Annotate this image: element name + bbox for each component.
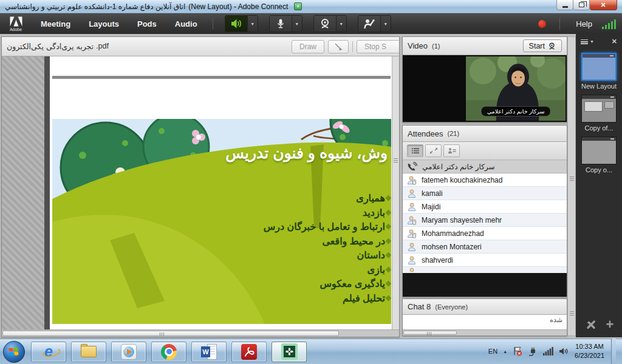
attendee-name: سركار خانم دكتر اعلامي	[422, 163, 495, 171]
scrollbar-thumb[interactable]	[2, 331, 339, 336]
start-webcam-button[interactable]: Start	[523, 39, 562, 52]
layout-bar-close-icon[interactable]: ✕	[612, 38, 617, 46]
attendee-row[interactable]: Maryam shayesteh mehr	[403, 214, 567, 227]
webcam-video-frame[interactable]: سركار خانم دكتر اعلامي	[466, 56, 566, 121]
clock[interactable]: 10:33 AM 6/23/2021	[575, 342, 604, 360]
webcam-dropdown[interactable]: ▼	[336, 16, 346, 32]
taskbar-adobe-connect[interactable]	[272, 342, 307, 362]
scrollbar-grip[interactable]	[160, 332, 165, 336]
breakout-view-button[interactable]	[425, 144, 442, 157]
layout-options-tools-icon[interactable]	[584, 318, 598, 331]
speaker-control: ▼	[225, 15, 258, 32]
person-icon	[407, 267, 417, 273]
taskbar-media-player[interactable]	[111, 342, 146, 362]
draw-button[interactable]: Draw	[292, 40, 324, 53]
tray-expand-chevron-icon[interactable]: ▲	[503, 349, 507, 354]
attendee-row[interactable]: سركار خانم دكتر اعلامي	[403, 160, 567, 174]
help-menu[interactable]: Help	[576, 19, 592, 29]
gutter-grip[interactable]	[570, 311, 574, 317]
taskbar-word[interactable]: W	[191, 342, 227, 362]
layout-item-new-layout[interactable]: New Layout	[576, 53, 622, 90]
speaker-dropdown[interactable]: ▼	[247, 16, 258, 32]
share-horizontal-scrollbar[interactable]	[2, 329, 400, 337]
video-stage: سركار خانم دكتر اعلامي	[403, 55, 567, 122]
menu-layouts[interactable]: Layouts	[80, 13, 128, 34]
taskbar-chrome[interactable]	[151, 342, 186, 362]
adobe-connect-app-icon: ✳	[294, 2, 302, 10]
scrollbar-thumb[interactable]	[403, 331, 457, 335]
microphone-dropdown[interactable]: ▼	[292, 16, 302, 32]
recording-indicator-icon[interactable]	[538, 20, 546, 28]
raise-hand-button[interactable]	[358, 16, 380, 32]
person-icon	[407, 255, 417, 265]
speaker-button[interactable]	[225, 16, 247, 32]
layout-thumbnail[interactable]	[581, 53, 617, 81]
adobe-logo-label: Adobe	[10, 27, 22, 32]
chrome-icon	[161, 344, 177, 360]
attendee-row[interactable]: mohsen Montazeri	[403, 240, 567, 254]
scrollbar-grip[interactable]	[427, 332, 432, 335]
pod-resize-gutter[interactable]	[567, 36, 576, 336]
layout-thumbnail[interactable]	[581, 95, 617, 123]
share-vertical-scrollbar[interactable]	[392, 56, 399, 331]
start-button[interactable]	[3, 341, 25, 363]
raise-hand-dropdown[interactable]: ▼	[380, 16, 391, 32]
attendee-row[interactable]: Mohammadnezhad	[403, 227, 567, 240]
chat-pod-header[interactable]: Chat 8 (Everyone)	[403, 299, 567, 315]
attendee-row[interactable]	[403, 267, 567, 273]
layout-label: New Layout	[576, 83, 622, 90]
clock-date: 6/23/2021	[575, 352, 604, 359]
close-button[interactable]: ✕	[590, 0, 617, 10]
show-desktop-button[interactable]	[611, 339, 616, 364]
webcam-button[interactable]	[314, 16, 336, 32]
layout-bar-menu-button[interactable]: ▼	[581, 39, 594, 44]
pdf-page-separator	[52, 76, 391, 79]
attendee-row[interactable]: shahverdi	[403, 254, 567, 267]
action-center-flag-icon[interactable]	[513, 346, 522, 356]
network-plug-icon[interactable]	[528, 346, 538, 356]
share-pod-header[interactable]: یکی‌الکترون یری‌ادگی تجربه.pdf Draw Stop…	[2, 37, 399, 56]
add-layout-plus-icon[interactable]: +	[606, 318, 613, 331]
layout-bar: ▼ ✕ New Layout Copy of... Copy o... +	[576, 34, 622, 337]
connection-status-icon[interactable]	[602, 19, 616, 29]
taskbar-file-explorer[interactable]	[71, 342, 106, 362]
slide-bullet: بازی	[264, 263, 391, 277]
attendee-list-view-button[interactable]	[407, 144, 423, 157]
menu-meeting[interactable]: Meeting	[32, 13, 80, 34]
attendee-name: Majidi	[422, 203, 440, 211]
pencil-tool-button[interactable]	[328, 40, 349, 53]
raise-hand-icon	[363, 18, 375, 29]
attendee-row[interactable]: kamali	[403, 187, 567, 200]
menu-pods[interactable]: Pods	[128, 13, 166, 34]
layout-item-copy-1[interactable]: Copy of...	[576, 95, 622, 132]
gutter-grip[interactable]	[570, 177, 574, 182]
taskbar-internet-explorer[interactable]: e	[31, 342, 66, 362]
stop-sharing-button[interactable]: Stop S	[357, 40, 400, 53]
language-indicator[interactable]: EN	[488, 348, 497, 355]
chat-horizontal-scrollbar[interactable]	[403, 329, 567, 335]
microphone-button[interactable]	[270, 16, 292, 32]
layout-item-copy-2[interactable]: Copy o...	[576, 136, 622, 174]
signal-strength-icon[interactable]	[543, 347, 553, 356]
video-pod-header[interactable]: Video (1) Start	[403, 37, 567, 55]
pdf-viewport[interactable]: وش، شیوه و فنون تدریس همیاری بازدید ارتب…	[2, 56, 393, 331]
chat-message-area[interactable]: شده	[403, 315, 567, 329]
raise-hand-control: ▼	[358, 15, 391, 32]
window-titlebar[interactable]: اتاق آنلاين دفاع شماره 1-دانشكده علوم تر…	[0, 0, 622, 13]
breakout-icon	[429, 147, 438, 154]
volume-speaker-icon[interactable]	[559, 347, 569, 356]
attendees-pod-header[interactable]: Attendees (21)	[403, 126, 567, 142]
taskbar-acrobat[interactable]	[231, 342, 267, 362]
minimize-button[interactable]	[556, 0, 573, 10]
bullet-marker-icon	[386, 195, 391, 201]
layout-thumbnail[interactable]	[581, 136, 617, 164]
attendee-row[interactable]: Majidi	[403, 200, 567, 214]
restore-button[interactable]	[573, 0, 590, 10]
phone-icon	[407, 162, 417, 171]
menu-audio[interactable]: Audio	[166, 13, 207, 34]
attendees-toolbar	[403, 142, 567, 160]
window-title-fa: اتاق آنلاين دفاع شماره 1-دانشكده علوم تر…	[5, 2, 185, 11]
scrollbar-grip[interactable]	[394, 158, 398, 164]
attendee-status-view-button[interactable]	[443, 144, 460, 157]
attendee-row[interactable]: fatemeh kouchakinezhad	[403, 174, 567, 187]
